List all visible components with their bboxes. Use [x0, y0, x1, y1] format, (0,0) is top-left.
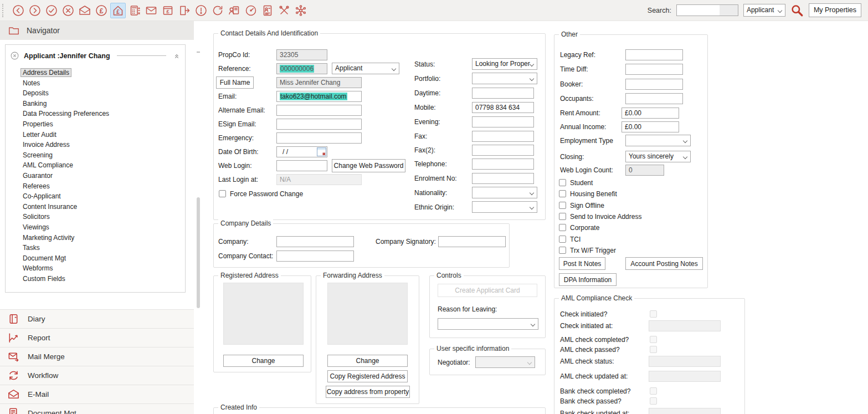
copy-address-from-property-button[interactable]: Copy address from property: [326, 386, 410, 398]
check-initiated-checkbox[interactable]: [650, 310, 657, 318]
sidebar-item-custom-fields[interactable]: Custom Fields: [23, 274, 185, 284]
calculator-icon[interactable]: [127, 3, 142, 18]
send-email-icon[interactable]: [77, 3, 93, 18]
search-input[interactable]: [676, 4, 738, 16]
property-window-icon[interactable]: £: [160, 3, 176, 18]
bank-check-passed-checkbox[interactable]: [650, 397, 657, 405]
employment-type-select[interactable]: [625, 135, 691, 146]
aml-check-completed-checkbox[interactable]: [650, 336, 657, 343]
section-mail-merge[interactable]: Mail Merge: [0, 347, 194, 366]
sidebar-scrollbar[interactable]: [197, 197, 200, 308]
aml-check-passed-checkbox[interactable]: [650, 346, 657, 353]
send-to-invoice-address-checkbox[interactable]: [559, 213, 566, 220]
sidebar-item-address-details[interactable]: Address Details: [23, 68, 185, 78]
contacts-icon[interactable]: [227, 3, 242, 18]
sidebar-item-referees[interactable]: Referees: [23, 181, 185, 192]
dashboard-icon[interactable]: [243, 3, 259, 18]
toolbar-grip-handle[interactable]: [2, 4, 7, 17]
booker-field[interactable]: [625, 79, 683, 90]
my-properties-button[interactable]: My Properties: [809, 3, 861, 17]
sidebar-item-notes[interactable]: Notes: [23, 78, 185, 89]
back-icon[interactable]: [11, 3, 26, 18]
create-applicant-card-button[interactable]: Create Applicant Card: [438, 284, 537, 297]
legacy-ref-field[interactable]: [625, 49, 683, 60]
search-icon[interactable]: [790, 4, 804, 17]
time-diff-field[interactable]: [625, 64, 683, 75]
sidebar-item-guarantor[interactable]: Guarantor: [23, 171, 185, 181]
forwarding-address-change-button[interactable]: Change: [327, 355, 408, 367]
sidebar-item-document-mgt[interactable]: Document Mgt: [23, 253, 185, 264]
corporate-checkbox[interactable]: [559, 224, 566, 231]
company-field[interactable]: [276, 236, 354, 247]
email-field[interactable]: tako623@hotmail.com: [276, 91, 362, 102]
mobile-field[interactable]: 07798 834 634: [472, 102, 534, 113]
company-signatory-field[interactable]: [438, 236, 506, 247]
money-icon[interactable]: £: [94, 3, 109, 18]
force-password-checkbox[interactable]: [219, 190, 226, 197]
cancel-icon[interactable]: [60, 3, 76, 18]
evening-field[interactable]: [472, 116, 534, 127]
esign-email-field[interactable]: [276, 119, 362, 130]
sidebar-item-banking[interactable]: Banking: [23, 99, 185, 109]
sidebar-item-deposits[interactable]: Deposits: [23, 88, 185, 99]
sign-offline-checkbox[interactable]: [559, 202, 566, 209]
tci-checkbox[interactable]: [559, 236, 566, 243]
calendar-icon[interactable]: [317, 147, 326, 156]
account-posting-notes-button[interactable]: Account Posting Notes: [625, 257, 703, 270]
daytime-field[interactable]: [472, 88, 534, 99]
reference-field[interactable]: 000000006: [276, 63, 327, 74]
tools-icon[interactable]: [276, 3, 292, 18]
section-diary[interactable]: Diary: [0, 309, 194, 328]
rent-amount-field[interactable]: £0.00: [622, 108, 679, 119]
forwarding-address-box[interactable]: [327, 283, 408, 345]
status-select[interactable]: Looking for Proper: [472, 58, 537, 70]
sidebar-item-viewings[interactable]: Viewings: [23, 222, 185, 233]
fax-field[interactable]: [472, 131, 534, 142]
closing-select[interactable]: Yours sincerely: [625, 151, 691, 162]
change-web-password-button[interactable]: Change Web Password: [332, 159, 405, 172]
sidebar-item-co-applicant[interactable]: Co-Applicant: [23, 191, 185, 202]
trx-wf-trigger-checkbox[interactable]: [559, 247, 566, 254]
section-email[interactable]: E-Mail: [0, 385, 194, 403]
sidebar-item-solicitors[interactable]: Solicitors: [23, 212, 185, 222]
sidebar-item-aml-compliance[interactable]: AML Compliance: [23, 160, 185, 171]
annual-income-field[interactable]: £0.00: [622, 121, 679, 132]
reason-for-leaving-select[interactable]: [438, 318, 538, 330]
dpa-information-button[interactable]: DPA Information: [559, 273, 617, 286]
sidebar-item-marketing-activity[interactable]: Marketing Activity: [23, 233, 185, 243]
alerts-icon[interactable]: [193, 3, 209, 18]
occupants-field[interactable]: [625, 93, 683, 104]
forward-icon[interactable]: [27, 3, 43, 18]
sidebar-item-screening[interactable]: Screening: [23, 150, 185, 161]
fax2-field[interactable]: [472, 145, 534, 156]
telephone-field[interactable]: [472, 159, 534, 170]
company-contact-field[interactable]: [276, 251, 354, 262]
applicant-home-icon[interactable]: £: [110, 3, 126, 18]
registered-address-change-button[interactable]: Change: [223, 355, 304, 367]
section-document-mgt[interactable]: Document Mgt: [0, 403, 194, 414]
portfolio-select[interactable]: [472, 73, 537, 84]
full-name-button[interactable]: Full Name: [216, 76, 254, 89]
student-checkbox[interactable]: [559, 179, 566, 186]
sidebar-item-data-processing[interactable]: Data Processing Preferences: [23, 109, 185, 119]
web-login-field[interactable]: [276, 160, 327, 171]
reports-icon[interactable]: [260, 3, 275, 18]
sidebar-item-content-insurance[interactable]: Content Insurance: [23, 202, 185, 212]
search-scope-select[interactable]: Applicant: [743, 4, 785, 17]
sidebar-item-letter-audit[interactable]: Letter Audit: [23, 130, 185, 140]
negotiator-select[interactable]: [475, 356, 535, 368]
alternate-email-field[interactable]: [276, 105, 362, 116]
registered-address-box[interactable]: [223, 283, 304, 345]
copy-registered-address-button[interactable]: Copy Registered Address: [327, 370, 408, 382]
enrolment-field[interactable]: [472, 173, 534, 184]
post-it-notes-button[interactable]: Post It Notes: [559, 257, 605, 270]
close-context-icon[interactable]: [10, 51, 19, 60]
ethnic-origin-select[interactable]: [472, 201, 537, 213]
confirm-icon[interactable]: [44, 3, 59, 18]
network-icon[interactable]: [293, 3, 309, 18]
emergency-field[interactable]: [276, 132, 362, 144]
mail-merge-icon[interactable]: [143, 3, 159, 18]
bank-check-completed-checkbox[interactable]: [650, 387, 657, 395]
section-workflow[interactable]: Workflow: [0, 366, 194, 385]
splitter-handle[interactable]: [197, 52, 200, 53]
